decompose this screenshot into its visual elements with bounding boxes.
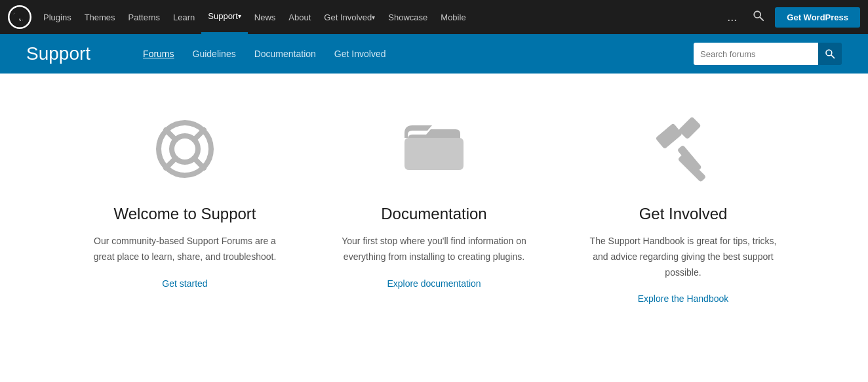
nav-item-plugins[interactable]: Plugins xyxy=(37,0,78,34)
feature-get-involved-title: Get Involved xyxy=(639,205,728,223)
nav-item-news[interactable]: News xyxy=(248,0,283,34)
top-nav-items: Plugins Themes Patterns Learn Support Ne… xyxy=(37,0,722,34)
search-icon[interactable] xyxy=(747,10,770,24)
nav-item-support[interactable]: Support xyxy=(201,0,248,34)
search-icon xyxy=(825,49,835,59)
svg-line-10 xyxy=(194,130,204,140)
search-button[interactable] xyxy=(818,43,842,65)
svg-line-9 xyxy=(166,130,176,140)
feature-welcome-desc: Our community-based Support Forums are a… xyxy=(87,234,283,265)
nav-item-patterns[interactable]: Patterns xyxy=(122,0,167,34)
support-nav-get-involved[interactable]: Get Involved xyxy=(334,49,386,59)
lifesaver-icon xyxy=(149,113,221,185)
search-input[interactable] xyxy=(694,43,818,65)
nav-item-showcase[interactable]: Showcase xyxy=(382,0,434,34)
nav-item-mobile[interactable]: Mobile xyxy=(434,0,472,34)
nav-item-get-involved[interactable]: Get Involved xyxy=(317,0,382,34)
svg-rect-14 xyxy=(678,116,701,139)
wp-logo[interactable]: W xyxy=(8,5,31,29)
support-title: Support xyxy=(26,43,90,64)
folder-icon xyxy=(398,113,470,185)
feature-get-involved: Get Involved The Support Handbook is gre… xyxy=(559,113,808,304)
svg-line-4 xyxy=(760,17,764,20)
svg-rect-16 xyxy=(655,123,682,149)
more-menu[interactable]: ... xyxy=(722,11,742,24)
nav-item-about[interactable]: About xyxy=(282,0,317,34)
feature-get-involved-desc: The Support Handbook is great for tips, … xyxy=(585,234,781,280)
feature-documentation-desc: Your first stop where you'll find inform… xyxy=(336,234,532,265)
feature-documentation-link[interactable]: Explore documentation xyxy=(387,278,481,289)
svg-line-12 xyxy=(194,158,204,168)
feature-welcome: Welcome to Support Our community-based S… xyxy=(60,113,309,304)
support-nav-guidelines[interactable]: Guidelines xyxy=(193,49,236,59)
support-bar: Support Forums Guidelines Documentation … xyxy=(0,34,868,74)
hammer-icon xyxy=(647,113,719,185)
svg-line-11 xyxy=(166,158,176,168)
nav-item-themes[interactable]: Themes xyxy=(78,0,122,34)
svg-text:W: W xyxy=(14,12,25,23)
feature-documentation: Documentation Your first stop where you'… xyxy=(309,113,559,304)
search-form xyxy=(694,43,842,65)
get-wordpress-button[interactable]: Get WordPress xyxy=(775,7,860,28)
top-nav: W Plugins Themes Patterns Learn Support … xyxy=(0,0,868,34)
feature-welcome-link[interactable]: Get started xyxy=(162,278,207,289)
nav-item-learn[interactable]: Learn xyxy=(167,0,201,34)
feature-get-involved-link[interactable]: Explore the Handbook xyxy=(638,293,729,304)
support-nav-forums[interactable]: Forums xyxy=(143,49,174,59)
support-nav-documentation[interactable]: Documentation xyxy=(254,49,316,59)
svg-line-6 xyxy=(831,55,834,58)
top-nav-right: ... Get WordPress xyxy=(722,7,860,28)
support-nav: Forums Guidelines Documentation Get Invo… xyxy=(143,49,694,59)
feature-welcome-title: Welcome to Support xyxy=(114,205,256,223)
main-content: Welcome to Support Our community-based S… xyxy=(0,74,868,356)
feature-documentation-title: Documentation xyxy=(381,205,486,223)
